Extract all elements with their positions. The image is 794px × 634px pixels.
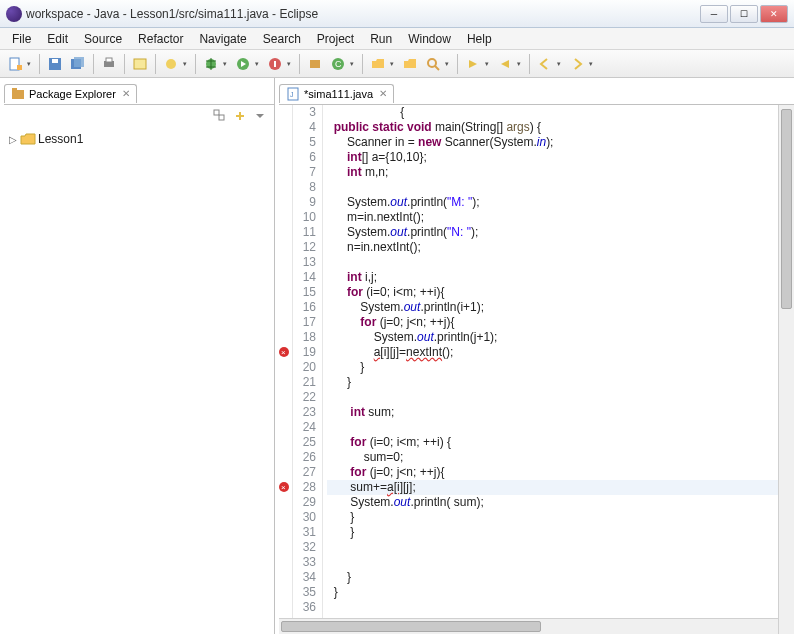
- menu-run[interactable]: Run: [362, 30, 400, 48]
- svg-rect-19: [12, 88, 17, 91]
- svg-rect-20: [214, 110, 219, 115]
- code-content[interactable]: { public static void main(String[] args)…: [323, 105, 778, 634]
- next-annotation-button[interactable]: [462, 53, 484, 75]
- svg-point-17: [428, 59, 436, 67]
- view-title: Package Explorer: [29, 88, 116, 100]
- close-tab-icon[interactable]: ✕: [379, 88, 387, 99]
- svg-rect-1: [17, 65, 22, 70]
- line-number-gutter: 3456789101112131415161718192021222324252…: [293, 105, 323, 634]
- java-file-icon: J: [286, 87, 300, 101]
- marker-ruler: [279, 105, 293, 634]
- package-icon: [11, 87, 25, 101]
- svg-rect-5: [74, 57, 84, 67]
- window-title: workspace - Java - Lesson1/src/sima111.j…: [26, 7, 318, 21]
- new-package-button[interactable]: [304, 53, 326, 75]
- svg-rect-18: [12, 90, 24, 99]
- menu-source[interactable]: Source: [76, 30, 130, 48]
- svg-rect-7: [106, 58, 112, 62]
- print-button[interactable]: [98, 53, 120, 75]
- search-dropdown[interactable]: ▾: [445, 60, 453, 68]
- svg-point-9: [166, 59, 176, 69]
- editor-tab[interactable]: J *sima111.java ✕: [279, 84, 394, 103]
- horizontal-scrollbar[interactable]: [279, 618, 778, 634]
- expand-icon[interactable]: ▷: [8, 134, 18, 145]
- save-all-button[interactable]: [67, 53, 89, 75]
- menu-project[interactable]: Project: [309, 30, 362, 48]
- new-class-button[interactable]: C: [327, 53, 349, 75]
- close-button[interactable]: ✕: [760, 5, 788, 23]
- window-titlebar: workspace - Java - Lesson1/src/sima111.j…: [0, 0, 794, 28]
- menu-edit[interactable]: Edit: [39, 30, 76, 48]
- prev-annotation-button[interactable]: [494, 53, 516, 75]
- minimize-button[interactable]: ─: [700, 5, 728, 23]
- view-menu-icon[interactable]: [252, 108, 268, 124]
- package-explorer-view: Package Explorer ✕ ▷ Lesson1: [0, 78, 275, 634]
- menu-file[interactable]: File: [4, 30, 39, 48]
- class-dropdown[interactable]: ▾: [350, 60, 358, 68]
- eclipse-icon: [6, 6, 22, 22]
- menubar: File Edit Source Refactor Navigate Searc…: [0, 28, 794, 50]
- tree-item-lesson1[interactable]: ▷ Lesson1: [8, 132, 270, 146]
- svg-text:J: J: [290, 91, 294, 98]
- svg-rect-8: [134, 59, 146, 69]
- skip-dropdown[interactable]: ▾: [183, 60, 191, 68]
- project-name: Lesson1: [38, 132, 83, 146]
- coverage-dropdown[interactable]: ▾: [287, 60, 295, 68]
- menu-window[interactable]: Window: [400, 30, 459, 48]
- editor-tab-title: *sima111.java: [304, 88, 373, 100]
- open-folder-button[interactable]: [367, 53, 389, 75]
- folder-dropdown[interactable]: ▾: [390, 60, 398, 68]
- forward-button[interactable]: [566, 53, 588, 75]
- open-type-button[interactable]: [129, 53, 151, 75]
- editor-area: J *sima111.java ✕ 3456789101112131415161…: [275, 78, 794, 634]
- svg-rect-3: [52, 59, 58, 63]
- coverage-button[interactable]: [264, 53, 286, 75]
- menu-navigate[interactable]: Navigate: [191, 30, 254, 48]
- search-button[interactable]: [422, 53, 444, 75]
- code-editor[interactable]: 3456789101112131415161718192021222324252…: [279, 104, 794, 634]
- run-dropdown[interactable]: ▾: [255, 60, 263, 68]
- vertical-scrollbar[interactable]: [778, 105, 794, 634]
- back-button[interactable]: [534, 53, 556, 75]
- svg-rect-14: [310, 60, 320, 68]
- close-view-icon[interactable]: ✕: [122, 88, 130, 99]
- link-editor-icon[interactable]: [232, 108, 248, 124]
- run-button[interactable]: [232, 53, 254, 75]
- toolbar: ▾ ▾ ▾ ▾ ▾ C ▾ ▾ ▾ ▾ ▾ ▾ ▾: [0, 50, 794, 78]
- save-button[interactable]: [44, 53, 66, 75]
- new-dropdown[interactable]: ▾: [27, 60, 35, 68]
- menu-search[interactable]: Search: [255, 30, 309, 48]
- svg-rect-13: [274, 61, 276, 67]
- debug-button[interactable]: [200, 53, 222, 75]
- new-button[interactable]: [4, 53, 26, 75]
- skip-breakpoints-button[interactable]: [160, 53, 182, 75]
- svg-text:C: C: [335, 59, 342, 69]
- debug-dropdown[interactable]: ▾: [223, 60, 231, 68]
- svg-rect-21: [219, 115, 224, 120]
- maximize-button[interactable]: ☐: [730, 5, 758, 23]
- project-tree: ▷ Lesson1: [4, 126, 274, 634]
- collapse-all-icon[interactable]: [212, 108, 228, 124]
- project-icon: [20, 133, 36, 145]
- menu-refactor[interactable]: Refactor: [130, 30, 191, 48]
- menu-help[interactable]: Help: [459, 30, 500, 48]
- package-explorer-tab[interactable]: Package Explorer ✕: [4, 84, 137, 103]
- open-task-button[interactable]: [399, 53, 421, 75]
